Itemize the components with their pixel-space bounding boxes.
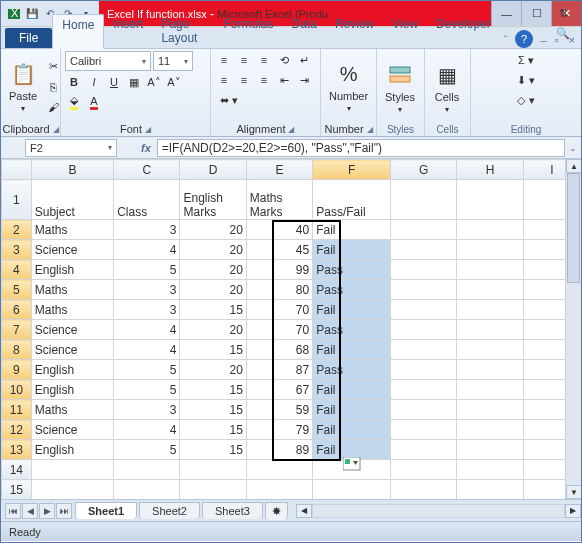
copy-icon[interactable]: ⎘ (44, 78, 62, 96)
number-format-button[interactable]: %Number▾ (325, 58, 372, 115)
cell-F11[interactable]: Fail (313, 400, 391, 420)
cell-G5[interactable] (391, 280, 457, 300)
bold-button[interactable]: B (65, 73, 83, 91)
cell-C4[interactable]: 5 (114, 260, 180, 280)
cell-D10[interactable]: 15 (180, 380, 246, 400)
cell-H4[interactable] (457, 260, 523, 280)
cell-G4[interactable] (391, 260, 457, 280)
cell-E12[interactable]: 79 (246, 420, 312, 440)
cell-B4[interactable]: English (31, 260, 113, 280)
cell-E10[interactable]: 67 (246, 380, 312, 400)
cell-C6[interactable]: 3 (114, 300, 180, 320)
cell-G12[interactable] (391, 420, 457, 440)
scroll-up-icon[interactable]: ▲ (566, 159, 581, 173)
font-color-button[interactable]: A (85, 93, 103, 111)
cell-D9[interactable]: 20 (180, 360, 246, 380)
worksheet-grid[interactable]: BCDEFGHI1SubjectClassEnglish MarksMaths … (1, 159, 581, 499)
autofill-options-icon[interactable] (343, 457, 361, 471)
cell-B10[interactable]: English (31, 380, 113, 400)
cell-E15[interactable] (246, 480, 312, 500)
cell-D1[interactable]: English Marks (180, 180, 246, 220)
column-header-H[interactable]: H (457, 160, 523, 180)
cell-B3[interactable]: Science (31, 240, 113, 260)
row-header-4[interactable]: 4 (2, 260, 32, 280)
cell-H8[interactable] (457, 340, 523, 360)
cell-C12[interactable]: 4 (114, 420, 180, 440)
cell-D12[interactable]: 15 (180, 420, 246, 440)
row-header-3[interactable]: 3 (2, 240, 32, 260)
cell-C2[interactable]: 3 (114, 220, 180, 240)
cell-H9[interactable] (457, 360, 523, 380)
cell-B6[interactable]: Maths (31, 300, 113, 320)
cell-E8[interactable]: 68 (246, 340, 312, 360)
cell-B1[interactable]: Subject (31, 180, 113, 220)
cell-E11[interactable]: 59 (246, 400, 312, 420)
cell-C3[interactable]: 4 (114, 240, 180, 260)
cell-E4[interactable]: 99 (246, 260, 312, 280)
row-header-14[interactable]: 14 (2, 460, 32, 480)
decrease-font-icon[interactable]: A˅ (165, 73, 183, 91)
window-min-icon[interactable]: – (537, 32, 551, 48)
cut-icon[interactable]: ✂ (44, 58, 62, 76)
cell-D14[interactable] (180, 460, 246, 480)
cell-H14[interactable] (457, 460, 523, 480)
cell-H13[interactable] (457, 440, 523, 460)
cell-B12[interactable]: Science (31, 420, 113, 440)
fill-color-button[interactable]: ⬙ (65, 93, 83, 111)
expand-formula-bar-icon[interactable]: ⌄ (565, 143, 581, 153)
cell-E1[interactable]: Maths Marks (246, 180, 312, 220)
select-all-corner[interactable] (2, 160, 32, 180)
cell-H6[interactable] (457, 300, 523, 320)
cell-H2[interactable] (457, 220, 523, 240)
cell-D8[interactable]: 15 (180, 340, 246, 360)
row-header-12[interactable]: 12 (2, 420, 32, 440)
sheet-nav-next-icon[interactable]: ▶ (39, 503, 55, 519)
sheet-nav-last-icon[interactable]: ⏭ (56, 503, 72, 519)
cell-D13[interactable]: 15 (180, 440, 246, 460)
wrap-text-icon[interactable]: ↵ (295, 51, 313, 69)
cell-E3[interactable]: 45 (246, 240, 312, 260)
cell-B11[interactable]: Maths (31, 400, 113, 420)
ribbon-tab-insert[interactable]: Insert (104, 14, 152, 48)
cell-F2[interactable]: Fail (313, 220, 391, 240)
cell-E2[interactable]: 40 (246, 220, 312, 240)
align-center-icon[interactable]: ≡ (235, 71, 253, 89)
cell-G1[interactable] (391, 180, 457, 220)
cell-B2[interactable]: Maths (31, 220, 113, 240)
scroll-down-icon[interactable]: ▼ (566, 485, 581, 499)
sheet-tab-sheet3[interactable]: Sheet3 (202, 502, 263, 519)
row-header-7[interactable]: 7 (2, 320, 32, 340)
increase-indent-icon[interactable]: ⇥ (295, 71, 313, 89)
cell-D15[interactable] (180, 480, 246, 500)
row-header-9[interactable]: 9 (2, 360, 32, 380)
row-header-15[interactable]: 15 (2, 480, 32, 500)
cell-F7[interactable]: Pass (313, 320, 391, 340)
help-icon[interactable]: ? (515, 30, 532, 48)
orientation-icon[interactable]: ⟲ (275, 51, 293, 69)
ribbon-tab-data[interactable]: Data (283, 14, 326, 48)
clear-icon[interactable]: ◇ ▾ (516, 91, 535, 109)
paste-button[interactable]: 📋 Paste ▾ (5, 58, 41, 115)
cell-B8[interactable]: Science (31, 340, 113, 360)
cell-B7[interactable]: Science (31, 320, 113, 340)
horizontal-scrollbar[interactable]: ◀ ▶ (296, 503, 581, 519)
cell-F4[interactable]: Pass (313, 260, 391, 280)
align-middle-icon[interactable]: ≡ (235, 51, 253, 69)
column-header-B[interactable]: B (31, 160, 113, 180)
maximize-button[interactable]: ☐ (521, 1, 551, 26)
column-header-D[interactable]: D (180, 160, 246, 180)
cell-F12[interactable]: Fail (313, 420, 391, 440)
cell-H10[interactable] (457, 380, 523, 400)
autosum-icon[interactable]: Σ ▾ (517, 51, 535, 69)
cell-D11[interactable]: 15 (180, 400, 246, 420)
file-tab[interactable]: File (5, 28, 52, 48)
cell-C15[interactable] (114, 480, 180, 500)
cell-D2[interactable]: 20 (180, 220, 246, 240)
cell-E14[interactable] (246, 460, 312, 480)
merge-center-icon[interactable]: ⬌ ▾ (215, 91, 243, 109)
column-header-F[interactable]: F (313, 160, 391, 180)
cell-C1[interactable]: Class (114, 180, 180, 220)
cell-G8[interactable] (391, 340, 457, 360)
save-icon[interactable]: 💾 (25, 7, 39, 21)
row-header-11[interactable]: 11 (2, 400, 32, 420)
